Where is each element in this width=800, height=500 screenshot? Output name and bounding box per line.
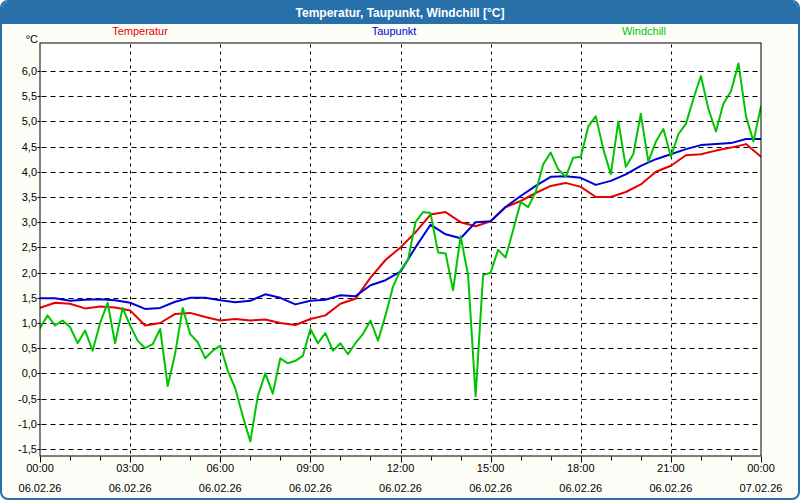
svg-text:2,0: 2,0 [22, 267, 37, 279]
x-tick-labels: 00:0006.02.2603:0006.02.2606:0006.02.260… [19, 462, 783, 494]
svg-text:0,5: 0,5 [22, 342, 37, 354]
svg-text:03:00: 03:00 [116, 462, 144, 474]
svg-text:3,0: 3,0 [22, 216, 37, 228]
app-window: Temperatur, Taupunkt, Windchill [°C] Tem… [0, 0, 800, 500]
svg-text:3,5: 3,5 [22, 191, 37, 203]
svg-text:5,5: 5,5 [22, 90, 37, 102]
svg-text:-1,5: -1,5 [18, 443, 37, 455]
svg-text:5,0: 5,0 [22, 115, 37, 127]
svg-text:06.02.26: 06.02.26 [469, 482, 512, 494]
svg-text:06.02.26: 06.02.26 [109, 482, 152, 494]
chart-canvas: -1,5-1,0-0,50,00,51,01,52,02,53,03,54,04… [2, 2, 798, 498]
svg-text:18:00: 18:00 [567, 462, 595, 474]
svg-text:4,0: 4,0 [22, 166, 37, 178]
svg-text:1,0: 1,0 [22, 317, 37, 329]
svg-text:06.02.26: 06.02.26 [649, 482, 692, 494]
svg-text:2,5: 2,5 [22, 241, 37, 253]
svg-text:15:00: 15:00 [477, 462, 505, 474]
svg-text:21:00: 21:00 [657, 462, 685, 474]
svg-text:06.02.26: 06.02.26 [19, 482, 62, 494]
svg-text:00:00: 00:00 [747, 462, 775, 474]
svg-text:00:00: 00:00 [26, 462, 54, 474]
plot-background [40, 43, 761, 456]
y-tick-labels: -1,5-1,0-0,50,00,51,01,52,02,53,03,54,04… [18, 65, 37, 455]
svg-text:09:00: 09:00 [297, 462, 325, 474]
svg-text:4,5: 4,5 [22, 141, 37, 153]
svg-text:6,0: 6,0 [22, 65, 37, 77]
svg-text:06.02.26: 06.02.26 [559, 482, 602, 494]
svg-text:06.02.26: 06.02.26 [199, 482, 242, 494]
svg-text:-1,0: -1,0 [18, 418, 37, 430]
svg-text:06.02.26: 06.02.26 [379, 482, 422, 494]
svg-text:06.02.26: 06.02.26 [289, 482, 332, 494]
svg-text:12:00: 12:00 [387, 462, 415, 474]
svg-text:-0,5: -0,5 [18, 393, 37, 405]
svg-text:07.02.26: 07.02.26 [740, 482, 783, 494]
svg-text:06:00: 06:00 [206, 462, 234, 474]
svg-text:0,0: 0,0 [22, 367, 37, 379]
svg-text:1,5: 1,5 [22, 292, 37, 304]
